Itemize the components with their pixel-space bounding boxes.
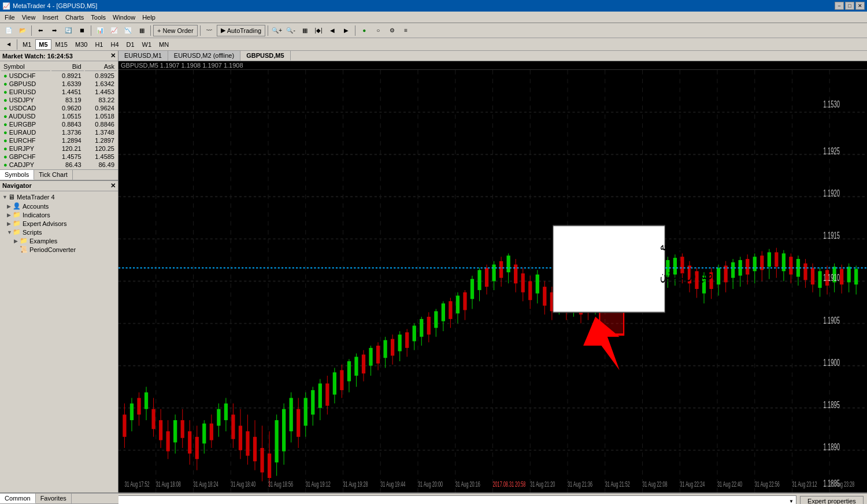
expert-properties-button[interactable]: Expert properties — [800, 496, 864, 504]
toolbar-btn-line[interactable]: 〰 — [203, 25, 216, 36]
expand-indicators-icon: ▶ — [7, 212, 13, 218]
toolbar-btn-zoom-out[interactable]: 🔍- — [284, 25, 297, 36]
toolbar-btn-open[interactable]: 📂 — [16, 25, 29, 36]
chart-canvas[interactable]: 1.1530 1.1925 1.1920 1.1915 1.1910 1.190… — [118, 70, 867, 492]
nav-examples[interactable]: ▶ 📁 Examples — [0, 236, 118, 245]
mw-ask: 1.4453 — [85, 88, 117, 95]
market-watch-row[interactable]: ● EURAUD 1.3736 1.3748 — [1, 129, 117, 136]
nav-period-converter[interactable]: 📜 PeriodConverter — [0, 245, 118, 254]
market-watch-tabs: Symbols Tick Chart — [0, 169, 118, 180]
tf-h1[interactable]: H1 — [91, 39, 106, 50]
nav-root[interactable]: ▼ 🖥 MetaTrader 4 — [0, 192, 118, 202]
toolbar-btn-settings[interactable]: ⚙ — [386, 25, 398, 36]
tf-w1[interactable]: W1 — [139, 39, 155, 50]
toolbar-btn-forward[interactable]: ➡ — [48, 25, 61, 36]
tab-symbols[interactable]: Symbols — [0, 170, 34, 180]
svg-rect-218 — [803, 264, 807, 280]
toolbar-btn-stop[interactable]: ⏹ — [76, 25, 88, 36]
tf-m1[interactable]: M1 — [19, 39, 35, 50]
svg-rect-108 — [405, 332, 409, 348]
toolbar-btn-chart2[interactable]: 📈 — [108, 25, 120, 36]
col-bid: Bid — [51, 62, 83, 71]
svg-text:31 Aug 17:52: 31 Aug 17:52 — [124, 480, 149, 488]
chart-tab-eurusd-m2[interactable]: EURUSD,M2 (offline) — [168, 51, 240, 61]
market-watch-row[interactable]: ● EURUSD 1.4451 1.4453 — [1, 88, 117, 95]
tf-m30[interactable]: M30 — [72, 39, 91, 50]
svg-text:1.1920: 1.1920 — [823, 187, 840, 199]
nav-expert-advisors[interactable]: ▶ 📁 Expert Advisors — [0, 219, 118, 228]
new-order-button[interactable]: + New Order — [153, 25, 198, 36]
menu-help[interactable]: Help — [139, 13, 159, 22]
chart-tab-gbpusd-m5[interactable]: GBPUSD,M5 — [240, 51, 290, 61]
close-button[interactable]: ✕ — [855, 2, 865, 10]
nav-accounts[interactable]: ▶ 👤 Accounts — [0, 202, 118, 210]
market-watch-close[interactable]: ✕ — [110, 52, 116, 60]
tf-h4[interactable]: H4 — [107, 39, 122, 50]
svg-text:31 Aug 19:44: 31 Aug 19:44 — [380, 480, 405, 488]
toolbar-btn-new[interactable]: 📄 — [2, 25, 15, 36]
minimize-button[interactable]: − — [835, 2, 844, 10]
mw-bid: 120.21 — [51, 145, 83, 152]
market-watch-row[interactable]: ● USDJPY 83.19 83.22 — [1, 97, 117, 103]
menu-window[interactable]: Window — [109, 13, 139, 22]
menu-tools[interactable]: Tools — [87, 13, 109, 22]
svg-text:31 Aug 18:56: 31 Aug 18:56 — [268, 480, 293, 488]
svg-text:1.1530: 1.1530 — [823, 98, 840, 110]
toolbar-btn-back[interactable]: ⬅ — [34, 25, 47, 36]
toolbar-btn-scroll-left[interactable]: ◀ — [326, 25, 339, 36]
navigator-close[interactable]: ✕ — [110, 182, 116, 190]
mw-symbol: ● EURUSD — [1, 88, 50, 95]
nav-indicators[interactable]: ▶ 📁 Indicators — [0, 210, 118, 219]
ea-dropdown[interactable]: 2 MA Crosses Mega filter EA V1.ex4 ▼ — [12, 495, 796, 504]
menu-file[interactable]: File — [1, 13, 18, 22]
menu-insert[interactable]: Insert — [39, 13, 62, 22]
chart-tab-eurusd-m1[interactable]: EURUSD,M1 — [118, 51, 168, 61]
svg-rect-140 — [521, 273, 525, 292]
svg-rect-232 — [854, 269, 858, 284]
tf-arrow-left[interactable]: ◀ — [2, 39, 15, 50]
toolbar-btn-chart3[interactable]: 📉 — [121, 25, 134, 36]
market-watch-row[interactable]: ● GBPUSD 1.6339 1.6342 — [1, 80, 117, 87]
toolbar-btn-grid[interactable]: ▦ — [298, 25, 311, 36]
svg-rect-228 — [840, 269, 843, 284]
auto-trading-button[interactable]: ▶ AutoTrading — [217, 25, 266, 36]
market-watch-row[interactable]: ● USDCAD 0.9620 0.9624 — [1, 105, 117, 112]
toolbar-btn-green[interactable]: ● — [358, 25, 370, 36]
tab-tick-chart[interactable]: Tick Chart — [34, 170, 73, 180]
svg-rect-146 — [543, 287, 546, 306]
nav-indicators-label: Indicators — [23, 212, 50, 218]
menu-view[interactable]: View — [18, 13, 39, 22]
toolbar-btn-zoom-in[interactable]: 🔍+ — [271, 25, 283, 36]
tf-m5[interactable]: M5 — [35, 39, 51, 50]
market-watch-row[interactable]: ● AUDUSD 1.0515 1.0518 — [1, 113, 117, 120]
market-watch-row[interactable]: ● EURGBP 0.8843 0.8846 — [1, 121, 117, 128]
toolbar-btn-circle[interactable]: ○ — [372, 25, 384, 36]
market-watch-row[interactable]: ● CADJPY 86.43 86.49 — [1, 161, 117, 168]
tf-sep — [17, 39, 17, 50]
toolbar-btn-refresh[interactable]: 🔄 — [62, 25, 75, 36]
app-icon: 📈 — [2, 2, 10, 10]
svg-rect-76 — [290, 398, 293, 431]
toolbar-btn-extra[interactable]: ≡ — [399, 25, 412, 36]
nav-scripts[interactable]: ▼ 📁 Scripts — [0, 228, 118, 236]
tf-m15[interactable]: M15 — [52, 39, 71, 50]
tf-mn[interactable]: MN — [155, 39, 172, 50]
tester-panel: ✕ 2 MA Crosses Mega filter EA V1.ex4 ▼ E… — [0, 492, 867, 504]
mw-ask: 1.4585 — [85, 153, 117, 160]
svg-text:31 Aug 19:28: 31 Aug 19:28 — [343, 480, 368, 488]
market-watch-row[interactable]: ● EURCHF 1.2894 1.2897 — [1, 137, 117, 144]
menu-charts[interactable]: Charts — [62, 13, 87, 22]
svg-text:1.1910: 1.1910 — [823, 272, 840, 283]
toolbar-btn-period-sep[interactable]: |◆| — [312, 25, 325, 36]
tf-d1[interactable]: D1 — [123, 39, 138, 50]
toolbar-btn-chart1[interactable]: 📊 — [94, 25, 106, 36]
maximize-button[interactable]: □ — [845, 2, 854, 10]
svg-rect-114 — [427, 317, 431, 335]
toolbar-btn-chart4[interactable]: ▦ — [135, 25, 148, 36]
toolbar-btn-scroll-right[interactable]: ▶ — [340, 25, 353, 36]
market-watch-row[interactable]: ● USDCHF 0.8921 0.8925 — [1, 72, 117, 79]
svg-rect-124 — [463, 292, 466, 310]
market-watch-row[interactable]: ● GBPCHF 1.4575 1.4585 — [1, 153, 117, 160]
market-watch-row[interactable]: ● EURJPY 120.21 120.25 — [1, 145, 117, 152]
mw-ask: 1.2897 — [85, 137, 117, 144]
